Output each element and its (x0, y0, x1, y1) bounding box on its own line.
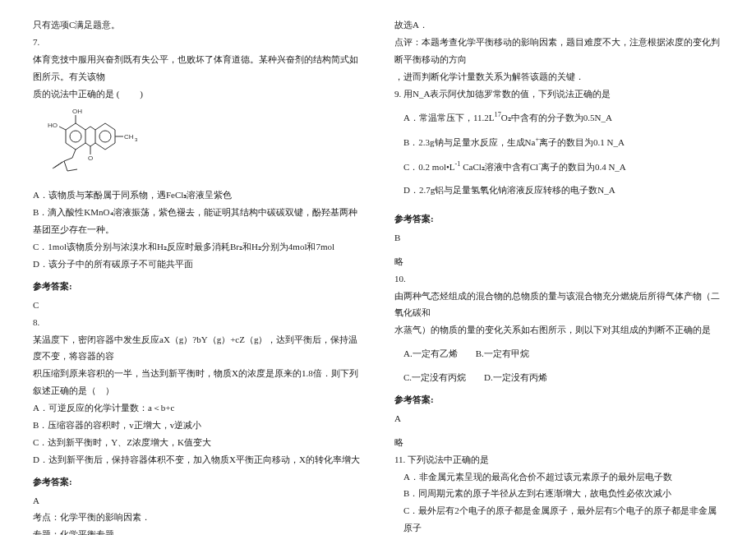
q9-option-a: A．常温常压下，11.2L17O₂中含有的分子数为0.5N_A (394, 108, 723, 127)
q9-a-part2: O₂中含有的分子数为0.5N_A (501, 113, 612, 122)
mol-label-o: O (88, 155, 93, 162)
svg-line-5 (90, 127, 95, 130)
right-column: 故选A． 点评：本题考查化学平衡移动的影响因素，题目难度不大，注意根据浓度的变化… (394, 16, 723, 535)
q10-row-cd: C.一定没有丙烷 D.一定没有丙烯 (394, 369, 723, 386)
svg-line-13 (53, 162, 62, 168)
svg-marker-0 (66, 123, 85, 150)
q7-option-d: D．该分子中的所有碳原子不可能共平面 (33, 256, 362, 273)
svg-line-9 (72, 150, 76, 158)
answer-label-4: 参考答案: (394, 391, 723, 408)
q8-tail-2: 点评：本题考查化学平衡移动的影响因素，题目难度不大，注意根据浓度的变化判断平衡移… (394, 34, 723, 68)
q8-expl-2: 专题：化学平衡专题． (33, 526, 362, 535)
q10-blank: 略 (394, 434, 723, 451)
q8-option-c: C．达到新平衡时，Y、Z浓度增大，K值变大 (33, 434, 362, 451)
q8-expl-1: 考点：化学平衡的影响因素． (33, 509, 362, 526)
q11-option-b: B．同周期元素的原子半径从左到右逐渐增大，故电负性必依次减小 (394, 485, 723, 502)
q9-option-c: C．0.2 mol•L-1 CaCl₂溶液中含有Cl-离子的数目为0.4 N_A (394, 158, 723, 176)
q9-c-part3: 离子的数目为0.4 N_A (541, 161, 626, 171)
q9-option-b: B．2.3g钠与足量水反应，生成Na+离子的数目为0.1 N_A (394, 133, 723, 151)
molecule-diagram: OH HO CH 3 O (41, 105, 148, 183)
q11-option-c: C．最外层有2个电子的原子都是金属原子，最外层有5个电子的原子都是非金属原子 (394, 502, 723, 535)
q8-option-b: B．压缩容器的容积时，v正增大，v逆减小 (33, 417, 362, 434)
mol-label-oh1: OH (72, 108, 82, 115)
mol-label-ch3-sub: 3 (135, 137, 138, 142)
svg-line-6 (85, 143, 90, 146)
q9-stem: 9. 用N_A表示阿伏加德罗常数的值，下列说法正确的是 (394, 85, 723, 103)
q8-tail-3: ，进而判断化学计量数关系为解答该题的关键． (394, 68, 723, 85)
q7-stem-2: 质的说法中正确的是 ( ) (33, 85, 362, 103)
q10-stem-2: 水蒸气）的物质的量的变化关系如右图所示，则以下对其组成的判断不正确的是 (394, 321, 723, 339)
q9-c-part1: C．0.2 mol•L (403, 161, 455, 171)
q9-answer: B (394, 229, 723, 247)
q11-stem: 11. 下列说法中正确的是 (394, 451, 723, 468)
q8-stem-1: 某温度下，密闭容器中发生反应aX（g）?bY（g）+cZ（g），达到平衡后，保持… (33, 331, 362, 366)
q8-stem-2: 积压缩到原来容积的一半，当达到新平衡时，物质X的浓度是原来的1.8倍．则下列叙述… (33, 365, 362, 399)
q9-a-sup: 17 (495, 111, 501, 118)
svg-line-11 (64, 161, 67, 171)
molecule-svg: OH HO CH 3 O (41, 105, 148, 183)
mol-label-ch3: CH (124, 133, 134, 141)
q8-option-d: D．达到新平衡后，保持容器体积不变，加入物质X平衡正向移动，X的转化率增大 (33, 451, 362, 468)
prelude-text: 只有选项C满足题意。 (33, 16, 362, 34)
left-column: 只有选项C满足题意。 7. 体育竞技中服用兴奋剂既有失公平，也败坏了体育道德。某… (33, 16, 362, 535)
q9-c-part2: CaCl₂溶液中含有Cl (460, 161, 538, 171)
svg-line-14 (67, 169, 77, 171)
q10-row-ab: A.一定有乙烯 B.一定有甲烷 (394, 345, 723, 362)
q9-option-d: D．2.7g铝与足量氢氧化钠溶液反应转移的电子数N_A (394, 182, 723, 199)
svg-line-10 (64, 158, 72, 161)
q11-number: 11. (394, 454, 408, 464)
q8-tail-1: 故选A． (394, 16, 723, 34)
q9-number: 9. (394, 89, 403, 99)
q11-stem-text: 下列说法中正确的是 (408, 454, 489, 464)
q10-answer: A (394, 410, 723, 427)
q8-answer: A (33, 492, 362, 510)
q8-option-a: A．可逆反应的化学计量数：a＜b+c (33, 399, 362, 417)
q11-option-a: A．非金属元素呈现的最高化合价不超过该元素原子的最外层电子数 (394, 468, 723, 486)
q7-option-b: B．滴入酸性KMnO₄溶液振荡，紫色褪去，能证明其结构中碳碳双键，酚羟基两种基团… (33, 204, 362, 238)
q10-stem-1: 由两种气态烃组成的混合物的总物质的量与该混合物充分燃烧后所得气体产物（二氧化碳和 (394, 288, 723, 322)
svg-point-1 (70, 131, 81, 142)
svg-line-7 (90, 143, 95, 146)
q10-number: 10. (394, 270, 723, 288)
svg-line-4 (85, 127, 90, 130)
q9-b-part2: 离子的数目为0.1 N_A (539, 137, 625, 147)
answer-label-1: 参考答案: (33, 278, 362, 295)
svg-line-16 (59, 127, 66, 130)
mol-label-oh2: HO (48, 122, 58, 129)
q7-option-c: C．1mol该物质分别与浓溴水和H₂反应时最多消耗Br₂和H₂分别为4mol和7… (33, 238, 362, 256)
q9-a-part1: A．常温常压下，11.2L (403, 113, 495, 122)
q7-number: 7. (33, 34, 362, 51)
q9-b-part1: B．2.3g钠与足量水反应，生成Na (403, 137, 535, 147)
answer-label-3: 参考答案: (394, 210, 723, 228)
q9-blank: 略 (394, 253, 723, 270)
q7-stem-1: 体育竞技中服用兴奋剂既有失公平，也败坏了体育道德。某种兴奋剂的结构简式如图所示。… (33, 51, 362, 85)
q9-stem-text: 用N_A表示阿伏加德罗常数的值，下列说法正确的是 (403, 89, 611, 99)
q8-number: 8. (33, 314, 362, 331)
answer-label-2: 参考答案: (33, 473, 362, 491)
q7-answer: C (33, 297, 362, 314)
svg-marker-2 (95, 123, 115, 150)
svg-point-3 (99, 131, 111, 142)
q7-option-a: A．该物质与苯酚属于同系物，遇FeCl₃溶液呈紫色 (33, 187, 362, 204)
